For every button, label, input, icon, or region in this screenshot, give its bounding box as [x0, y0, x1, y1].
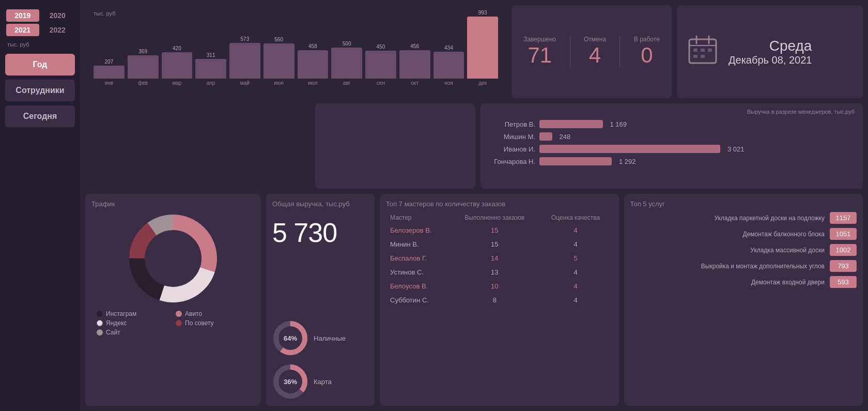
bar-rect-май [229, 43, 260, 79]
year-2021[interactable]: 2021 [6, 24, 39, 36]
revenue-manager-bar [539, 120, 603, 128]
bar-value-май: 573 [241, 36, 250, 42]
master-name: Беспалов Г. [386, 251, 451, 265]
bar-label-окт: окт [411, 80, 419, 86]
employees-button[interactable]: Сотрудники [5, 80, 75, 101]
bar-rect-сен [365, 51, 396, 79]
master-orders: 14 [451, 251, 539, 265]
today-button[interactable]: Сегодня [5, 105, 75, 127]
cash-percent: 64% [284, 334, 297, 342]
svg-rect-5 [701, 49, 705, 52]
revenue-row: Петров В.1 169 [489, 120, 855, 128]
service-row: Укладка массивной доски1002 [630, 244, 857, 256]
service-value: 793 [830, 260, 857, 272]
status-inprogress-label: В работе [634, 36, 660, 43]
revenue-row: Иванов И.3 021 [489, 145, 855, 153]
master-orders: 15 [451, 237, 539, 251]
revenue-total-value: 5 730 [272, 217, 368, 248]
revenue-row: Мишин М.248 [489, 132, 855, 141]
status-inprogress: В работе 0 [634, 36, 660, 68]
bar-label-сен: сен [377, 80, 385, 86]
services-list: Укладка паркетной доски на подложку1157Д… [630, 212, 857, 288]
main-content: тыс. руб 207янв369фев420мар311апр573май5… [80, 0, 868, 411]
status-panel: Завершено 71 Отмена 4 В работе 0 [512, 5, 672, 98]
service-name: Демонтаж входной двери [630, 279, 825, 286]
revenue-manager-name: Мишин М. [489, 133, 535, 141]
bar-value-июл: 458 [308, 43, 317, 49]
traffic-panel: Трафик [85, 194, 261, 406]
year-button[interactable]: Год [5, 54, 75, 75]
svg-rect-7 [693, 55, 698, 58]
bar-col-янв: 207янв [94, 59, 125, 86]
bar-col-июл: 458июл [298, 43, 329, 86]
legend-dot [176, 320, 182, 326]
service-name: Демонтаж балконного блока [630, 231, 825, 238]
legend-label: Яндекс [106, 319, 127, 327]
service-name: Укладка массивной доски [630, 247, 825, 254]
bar-value-авг: 500 [343, 41, 351, 47]
status-completed: Завершено 71 [523, 36, 556, 68]
card-donut: 36% [272, 363, 308, 400]
table-row: Белозеров В.154 [386, 223, 613, 237]
master-orders: 10 [451, 279, 539, 293]
bar-value-янв: 207 [105, 59, 114, 65]
service-name: Выкройка и монтаж дополнительных углов [630, 263, 825, 270]
bar-value-фев: 369 [138, 49, 147, 54]
master-orders: 8 [451, 293, 539, 307]
legend-item: Авито [176, 310, 250, 317]
bar-col-июн: 560июн [264, 37, 295, 86]
service-row: Укладка паркетной доски на подложку1157 [630, 212, 857, 224]
bar-col-апр: 311апр [195, 52, 226, 86]
bar-rect-фев [128, 55, 159, 79]
bar-value-сен: 450 [377, 44, 385, 50]
cash-label: Наличные [314, 334, 346, 342]
master-name: Минин В. [386, 237, 451, 251]
master-orders: 15 [451, 223, 539, 237]
year-2020[interactable]: 2020 [41, 9, 74, 22]
card-label: Карта [314, 378, 332, 386]
services-title: Топ 5 услуг [630, 200, 857, 208]
revenue-manager-amount: 1 292 [619, 158, 636, 165]
year-2022[interactable]: 2022 [41, 24, 74, 36]
chart-spacer [85, 103, 310, 189]
bar-value-ноя: 434 [444, 45, 453, 51]
legend-dot [97, 329, 103, 336]
divider-1 [570, 36, 570, 67]
revenue-row: Гончарова Н.1 292 [489, 157, 855, 165]
masters-table: Мастер Выполненно заказов Оценка качеств… [386, 212, 613, 307]
revenue-manager-name: Петров В. [489, 120, 535, 128]
calendar-text: Среда Декабрь 08, 2021 [729, 38, 812, 66]
masters-col-rating: Оценка качества [539, 212, 613, 223]
year-2019[interactable]: 2019 [6, 9, 39, 22]
bar-rect-дек [467, 17, 498, 79]
calendar-panel: Среда Декабрь 08, 2021 [677, 5, 863, 98]
revenue-manager-amount: 1 169 [610, 120, 627, 128]
bar-rect-окт [399, 50, 430, 79]
service-value: 1002 [830, 244, 857, 256]
bar-value-июн: 560 [274, 37, 283, 42]
status-spacer [315, 103, 475, 189]
svg-rect-6 [708, 49, 712, 52]
table-row: Беспалов Г.145 [386, 251, 613, 265]
master-name: Устинов С. [386, 265, 451, 279]
revenue-total-title: Общая выручка, тыс.руб [272, 200, 368, 208]
master-rating: 4 [539, 265, 613, 279]
bar-label-мар: мар [172, 80, 181, 86]
legend-label: По совету [185, 319, 214, 327]
revenue-manager-amount: 3 021 [727, 145, 745, 153]
master-rating: 4 [539, 237, 613, 251]
master-rating: 4 [539, 223, 613, 237]
service-value: 1157 [830, 212, 857, 224]
bar-col-дек: 993дек [467, 10, 498, 86]
bar-label-янв: янв [105, 80, 113, 86]
bar-label-ноя: ноя [444, 80, 453, 86]
master-rating: 4 [539, 279, 613, 293]
service-name: Укладка паркетной доски на подложку [630, 215, 825, 222]
bar-value-мар: 420 [173, 45, 181, 51]
top-row: тыс. руб 207янв369фев420мар311апр573май5… [85, 5, 863, 98]
revenue-manager-amount: 248 [560, 133, 571, 141]
bar-col-окт: 456окт [399, 43, 430, 86]
revenue-managers-panel: Выручка в разрезе менеджеров, тыс.руб Пе… [481, 103, 863, 189]
bar-col-ноя: 434ноя [433, 45, 464, 86]
revenue-manager-bar [539, 145, 720, 153]
